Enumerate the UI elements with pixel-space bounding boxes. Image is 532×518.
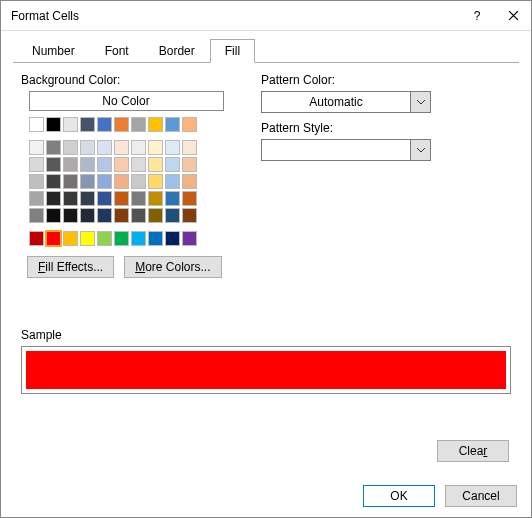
color-swatch[interactable] [46,174,61,189]
color-swatch[interactable] [63,117,78,132]
color-swatch[interactable] [182,208,197,223]
color-swatch[interactable] [29,208,44,223]
color-swatch[interactable] [29,140,44,155]
color-swatch[interactable] [80,140,95,155]
pattern-color-value: Automatic [262,92,410,112]
color-swatch[interactable] [131,140,146,155]
color-swatch[interactable] [148,231,163,246]
no-color-button[interactable]: No Color [29,91,224,111]
sample-label: Sample [21,328,511,342]
color-swatch[interactable] [97,174,112,189]
color-swatch[interactable] [182,231,197,246]
pattern-style-dropdown[interactable] [261,139,431,161]
color-swatch[interactable] [114,231,129,246]
color-swatch[interactable] [63,191,78,206]
color-swatch[interactable] [80,174,95,189]
color-swatch[interactable] [131,157,146,172]
color-swatch[interactable] [165,117,180,132]
color-swatch[interactable] [114,140,129,155]
color-swatch[interactable] [80,117,95,132]
color-swatch[interactable] [165,191,180,206]
color-swatch[interactable] [97,117,112,132]
pattern-style-value [262,140,410,160]
color-swatch[interactable] [148,208,163,223]
tab-fill[interactable]: Fill [210,39,255,63]
color-swatch[interactable] [182,191,197,206]
color-swatch[interactable] [165,231,180,246]
tab-border[interactable]: Border [144,39,210,63]
color-swatch[interactable] [46,117,61,132]
chevron-down-icon [410,140,430,160]
sample-box [21,346,511,394]
color-swatch[interactable] [29,157,44,172]
color-swatch[interactable] [29,231,44,246]
color-swatch[interactable] [63,208,78,223]
color-swatch[interactable] [97,191,112,206]
color-swatch[interactable] [63,174,78,189]
color-swatch[interactable] [182,174,197,189]
color-swatch[interactable] [148,157,163,172]
close-icon [508,10,519,21]
sample-fill [26,351,506,389]
color-swatch[interactable] [80,208,95,223]
color-swatch[interactable] [148,191,163,206]
color-swatch[interactable] [114,191,129,206]
color-swatch[interactable] [29,191,44,206]
clear-button[interactable]: Clear [437,440,509,462]
pattern-color-label: Pattern Color: [261,73,511,87]
color-swatch[interactable] [148,140,163,155]
color-swatch[interactable] [114,208,129,223]
color-swatch[interactable] [131,117,146,132]
color-swatch[interactable] [97,231,112,246]
fill-effects-button[interactable]: Fill Effects... [27,256,114,278]
more-colors-button[interactable]: More Colors... [124,256,221,278]
color-swatch[interactable] [46,157,61,172]
tab-panel-fill: Background Color: No Color Fill Effects.… [13,62,519,470]
color-swatch[interactable] [182,117,197,132]
color-swatch[interactable] [80,231,95,246]
help-button[interactable]: ? [459,1,495,31]
color-swatch[interactable] [131,191,146,206]
color-swatch[interactable] [63,157,78,172]
color-swatch[interactable] [165,208,180,223]
color-swatch[interactable] [182,157,197,172]
color-swatch[interactable] [165,157,180,172]
color-swatch[interactable] [114,117,129,132]
color-swatch[interactable] [63,231,78,246]
color-swatch[interactable] [182,140,197,155]
color-swatch[interactable] [165,174,180,189]
color-swatch[interactable] [97,140,112,155]
close-button[interactable] [495,1,531,31]
color-swatch[interactable] [148,174,163,189]
ok-button[interactable]: OK [363,485,435,507]
color-swatch[interactable] [46,191,61,206]
chevron-down-icon [410,92,430,112]
color-swatch[interactable] [97,208,112,223]
pattern-color-dropdown[interactable]: Automatic [261,91,431,113]
color-swatch[interactable] [131,174,146,189]
color-swatch[interactable] [131,231,146,246]
color-swatch[interactable] [46,208,61,223]
color-swatch[interactable] [114,174,129,189]
color-swatch[interactable] [46,140,61,155]
pattern-style-label: Pattern Style: [261,121,511,135]
color-palette [21,117,231,246]
color-swatch[interactable] [63,140,78,155]
color-swatch[interactable] [114,157,129,172]
tab-strip: Number Font Border Fill [1,39,531,63]
color-swatch[interactable] [29,117,44,132]
cancel-button[interactable]: Cancel [445,485,517,507]
color-swatch[interactable] [29,174,44,189]
color-swatch[interactable] [97,157,112,172]
color-swatch[interactable] [46,231,61,246]
color-swatch[interactable] [148,117,163,132]
tab-font[interactable]: Font [90,39,144,63]
bg-color-label: Background Color: [21,73,231,87]
window-title: Format Cells [11,9,459,23]
tab-number[interactable]: Number [17,39,90,63]
color-swatch[interactable] [80,191,95,206]
color-swatch[interactable] [80,157,95,172]
color-swatch[interactable] [131,208,146,223]
color-swatch[interactable] [165,140,180,155]
